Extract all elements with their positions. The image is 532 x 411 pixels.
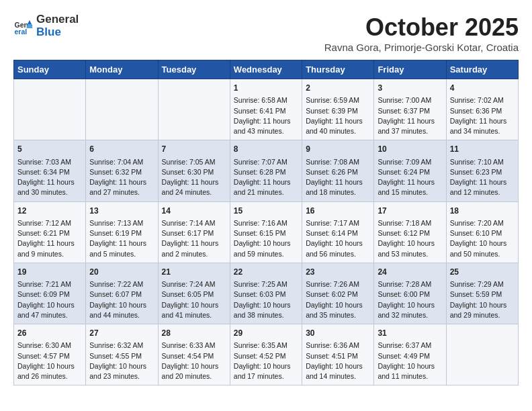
calendar-day-3: 3Sunrise: 7:00 AM Sunset: 6:37 PM Daylig… — [374, 79, 446, 140]
calendar-week-row: 26Sunrise: 6:30 AM Sunset: 4:57 PM Dayli… — [14, 324, 519, 385]
day-number: 13 — [89, 205, 154, 217]
calendar-week-row: 1Sunrise: 6:58 AM Sunset: 6:41 PM Daylig… — [14, 79, 519, 140]
day-number: 11 — [450, 144, 515, 155]
day-number: 1 — [234, 83, 298, 94]
calendar-day-7: 7Sunrise: 7:05 AM Sunset: 6:30 PM Daylig… — [158, 140, 230, 201]
calendar-day-4: 4Sunrise: 7:02 AM Sunset: 6:36 PM Daylig… — [446, 79, 518, 140]
calendar-day-18: 18Sunrise: 7:20 AM Sunset: 6:10 PM Dayli… — [446, 201, 518, 263]
day-info: Sunrise: 7:04 AM Sunset: 6:32 PM Dayligh… — [89, 158, 146, 197]
day-info: Sunrise: 7:14 AM Sunset: 6:17 PM Dayligh… — [162, 219, 219, 258]
day-info: Sunrise: 7:26 AM Sunset: 6:02 PM Dayligh… — [306, 280, 363, 319]
day-number: 29 — [234, 328, 298, 339]
day-info: Sunrise: 6:30 AM Sunset: 4:57 PM Dayligh… — [17, 341, 75, 380]
logo-icon: Gen eral — [13, 16, 34, 36]
calendar-day-8: 8Sunrise: 7:07 AM Sunset: 6:28 PM Daylig… — [230, 140, 302, 201]
day-header-saturday: Saturday — [446, 60, 518, 79]
day-info: Sunrise: 7:09 AM Sunset: 6:24 PM Dayligh… — [378, 158, 435, 197]
calendar-empty-cell — [158, 79, 230, 140]
calendar-empty-cell — [86, 79, 158, 140]
calendar-day-24: 24Sunrise: 7:28 AM Sunset: 6:00 PM Dayli… — [374, 263, 446, 324]
calendar-day-2: 2Sunrise: 6:59 AM Sunset: 6:39 PM Daylig… — [302, 79, 374, 140]
day-number: 17 — [378, 205, 442, 217]
day-header-monday: Monday — [86, 60, 158, 79]
month-title: October 2025 — [324, 13, 519, 42]
calendar-empty-cell — [14, 79, 86, 140]
day-number: 28 — [162, 328, 226, 339]
svg-text:eral: eral — [15, 28, 28, 36]
day-info: Sunrise: 7:13 AM Sunset: 6:19 PM Dayligh… — [89, 219, 146, 258]
day-number: 26 — [17, 328, 82, 339]
calendar-day-21: 21Sunrise: 7:24 AM Sunset: 6:05 PM Dayli… — [158, 263, 230, 324]
day-info: Sunrise: 7:20 AM Sunset: 6:10 PM Dayligh… — [450, 219, 507, 258]
page-header: Gen eral General Blue October 2025 Ravna… — [13, 13, 519, 53]
day-info: Sunrise: 7:18 AM Sunset: 6:12 PM Dayligh… — [378, 219, 435, 258]
day-info: Sunrise: 7:24 AM Sunset: 6:05 PM Dayligh… — [162, 280, 219, 319]
day-number: 24 — [378, 267, 442, 278]
day-header-thursday: Thursday — [302, 60, 374, 79]
calendar-week-row: 19Sunrise: 7:21 AM Sunset: 6:09 PM Dayli… — [14, 263, 519, 324]
day-info: Sunrise: 6:32 AM Sunset: 4:55 PM Dayligh… — [89, 341, 146, 380]
day-header-wednesday: Wednesday — [230, 60, 302, 79]
day-number: 2 — [306, 83, 370, 94]
calendar-day-13: 13Sunrise: 7:13 AM Sunset: 6:19 PM Dayli… — [86, 201, 158, 263]
calendar-header-row: SundayMondayTuesdayWednesdayThursdayFrid… — [14, 60, 519, 79]
day-info: Sunrise: 7:00 AM Sunset: 6:37 PM Dayligh… — [378, 96, 435, 135]
location-subtitle: Ravna Gora, Primorje-Gorski Kotar, Croat… — [324, 42, 519, 53]
day-number: 22 — [234, 267, 298, 278]
calendar-day-11: 11Sunrise: 7:10 AM Sunset: 6:23 PM Dayli… — [446, 140, 518, 201]
day-info: Sunrise: 6:59 AM Sunset: 6:39 PM Dayligh… — [306, 96, 363, 135]
calendar-day-22: 22Sunrise: 7:25 AM Sunset: 6:03 PM Dayli… — [230, 263, 302, 324]
day-info: Sunrise: 7:25 AM Sunset: 6:03 PM Dayligh… — [234, 280, 291, 319]
day-number: 10 — [378, 144, 442, 155]
day-number: 18 — [450, 205, 515, 217]
day-number: 15 — [234, 205, 298, 217]
day-info: Sunrise: 7:10 AM Sunset: 6:23 PM Dayligh… — [450, 158, 507, 197]
day-info: Sunrise: 6:37 AM Sunset: 4:49 PM Dayligh… — [378, 341, 435, 380]
day-info: Sunrise: 7:05 AM Sunset: 6:30 PM Dayligh… — [162, 158, 219, 197]
calendar-day-6: 6Sunrise: 7:04 AM Sunset: 6:32 PM Daylig… — [86, 140, 158, 201]
day-info: Sunrise: 7:28 AM Sunset: 6:00 PM Dayligh… — [378, 280, 435, 319]
calendar-day-27: 27Sunrise: 6:32 AM Sunset: 4:55 PM Dayli… — [86, 324, 158, 385]
day-number: 7 — [162, 144, 226, 155]
logo: Gen eral General Blue — [13, 13, 79, 38]
day-number: 21 — [162, 267, 226, 278]
day-info: Sunrise: 7:29 AM Sunset: 5:59 PM Dayligh… — [450, 280, 507, 319]
calendar-empty-cell — [446, 324, 518, 385]
day-info: Sunrise: 7:21 AM Sunset: 6:09 PM Dayligh… — [17, 280, 75, 319]
calendar-day-20: 20Sunrise: 7:22 AM Sunset: 6:07 PM Dayli… — [86, 263, 158, 324]
day-number: 3 — [378, 83, 442, 94]
day-number: 31 — [378, 328, 442, 339]
day-number: 19 — [17, 267, 82, 278]
calendar-day-25: 25Sunrise: 7:29 AM Sunset: 5:59 PM Dayli… — [446, 263, 518, 324]
day-number: 6 — [89, 144, 154, 155]
calendar-day-23: 23Sunrise: 7:26 AM Sunset: 6:02 PM Dayli… — [302, 263, 374, 324]
day-header-sunday: Sunday — [14, 60, 86, 79]
title-block: October 2025 Ravna Gora, Primorje-Gorski… — [324, 13, 519, 53]
svg-marker-3 — [27, 24, 33, 28]
calendar-day-10: 10Sunrise: 7:09 AM Sunset: 6:24 PM Dayli… — [374, 140, 446, 201]
calendar-day-17: 17Sunrise: 7:18 AM Sunset: 6:12 PM Dayli… — [374, 201, 446, 263]
day-number: 16 — [306, 205, 370, 217]
day-info: Sunrise: 7:07 AM Sunset: 6:28 PM Dayligh… — [234, 158, 291, 197]
day-number: 4 — [450, 83, 515, 94]
calendar-day-28: 28Sunrise: 6:33 AM Sunset: 4:54 PM Dayli… — [158, 324, 230, 385]
day-info: Sunrise: 7:03 AM Sunset: 6:34 PM Dayligh… — [17, 158, 75, 197]
day-info: Sunrise: 7:02 AM Sunset: 6:36 PM Dayligh… — [450, 96, 507, 135]
day-number: 27 — [89, 328, 154, 339]
calendar-day-9: 9Sunrise: 7:08 AM Sunset: 6:26 PM Daylig… — [302, 140, 374, 201]
calendar-day-14: 14Sunrise: 7:14 AM Sunset: 6:17 PM Dayli… — [158, 201, 230, 263]
day-number: 25 — [450, 267, 515, 278]
day-info: Sunrise: 6:58 AM Sunset: 6:41 PM Dayligh… — [234, 96, 291, 135]
calendar-week-row: 12Sunrise: 7:12 AM Sunset: 6:21 PM Dayli… — [14, 201, 519, 263]
day-info: Sunrise: 7:17 AM Sunset: 6:14 PM Dayligh… — [306, 219, 363, 258]
calendar-week-row: 5Sunrise: 7:03 AM Sunset: 6:34 PM Daylig… — [14, 140, 519, 201]
calendar-day-29: 29Sunrise: 6:35 AM Sunset: 4:52 PM Dayli… — [230, 324, 302, 385]
day-info: Sunrise: 7:22 AM Sunset: 6:07 PM Dayligh… — [89, 280, 146, 319]
day-number: 8 — [234, 144, 298, 155]
day-header-tuesday: Tuesday — [158, 60, 230, 79]
calendar-day-26: 26Sunrise: 6:30 AM Sunset: 4:57 PM Dayli… — [14, 324, 86, 385]
calendar-day-12: 12Sunrise: 7:12 AM Sunset: 6:21 PM Dayli… — [14, 201, 86, 263]
calendar-day-15: 15Sunrise: 7:16 AM Sunset: 6:15 PM Dayli… — [230, 201, 302, 263]
day-info: Sunrise: 6:36 AM Sunset: 4:51 PM Dayligh… — [306, 341, 363, 380]
calendar-day-31: 31Sunrise: 6:37 AM Sunset: 4:49 PM Dayli… — [374, 324, 446, 385]
